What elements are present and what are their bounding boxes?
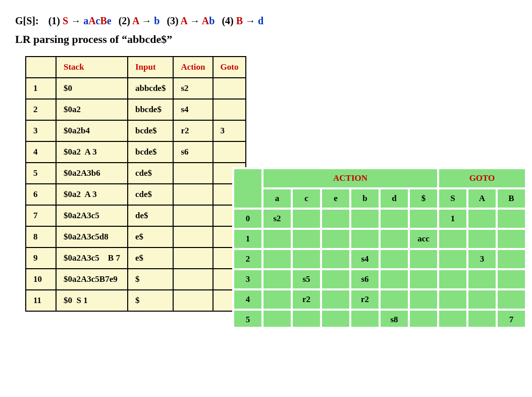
- parse-cell-input: $: [128, 269, 173, 290]
- parse-cell-action: s4: [173, 99, 212, 120]
- lr-cell: s5: [293, 270, 320, 288]
- rule-symbol: A: [202, 15, 209, 26]
- parse-cell-step: 3: [26, 120, 56, 141]
- parse-cell-stack: $0a2A3b6: [56, 163, 128, 184]
- parse-cell-action: [173, 269, 212, 290]
- table-row: 0s21: [234, 210, 525, 228]
- grammar-label: G[S]:: [15, 15, 39, 26]
- parse-cell-step: 5: [26, 163, 56, 184]
- lr-state: 1: [234, 230, 261, 248]
- lr-cell: [381, 210, 408, 228]
- parse-cell-step: 1: [26, 78, 56, 99]
- parse-header: Stack: [56, 57, 128, 78]
- parse-header: Goto: [213, 57, 246, 78]
- lr-cell: [468, 230, 496, 248]
- lr-cell: [498, 250, 525, 268]
- grammar-line: G[S]: (1) S → aAcBe(2) A → b(3) A → Ab(4…: [15, 15, 517, 27]
- parse-cell-action: s6: [173, 141, 212, 163]
- table-row: 2$0a2bbcde$s4: [26, 99, 246, 120]
- lr-column: c: [293, 189, 320, 208]
- lr-cell: s8: [381, 311, 408, 327]
- table-row: 2s43: [234, 250, 525, 268]
- rule-symbol: b: [154, 15, 159, 26]
- table-row: 7$0a2A3c5de$: [26, 205, 246, 226]
- lr-state: 2: [234, 250, 261, 268]
- parse-cell-step: 10: [26, 269, 56, 290]
- parse-cell-stack: $0a2 A 3: [56, 184, 128, 205]
- rule-number: (3): [167, 15, 180, 26]
- rule-number: (2): [119, 15, 132, 26]
- lr-state: 5: [234, 311, 261, 327]
- table-row: 5s87: [234, 311, 525, 327]
- parse-cell-stack: $0a2 A 3: [56, 141, 128, 163]
- parse-cell-input: abbcde$: [128, 78, 173, 99]
- subtitle: LR parsing process of “abbcde$”: [15, 33, 517, 46]
- rule-symbol: d: [258, 15, 263, 26]
- parse-header: Input: [128, 57, 173, 78]
- action-header: ACTION: [263, 169, 437, 187]
- rule-symbol: e: [107, 15, 112, 26]
- lr-cell: [498, 270, 525, 288]
- parse-cell-step: 11: [26, 290, 56, 311]
- lr-cell: [263, 230, 291, 248]
- parse-cell-input: de$: [128, 205, 173, 226]
- lr-cell: [410, 290, 437, 309]
- rule-lhs: S: [63, 15, 68, 26]
- lr-cell: 3: [468, 250, 496, 268]
- lr-cell: [263, 290, 291, 309]
- parse-cell-action: [173, 290, 212, 311]
- lr-cell: 1: [439, 210, 466, 228]
- lr-cell: [381, 250, 408, 268]
- lr-cell: [468, 210, 496, 228]
- parse-cell-input: bcde$: [128, 120, 173, 141]
- lr-cell: [263, 250, 291, 268]
- table-row: 1$0abbcde$s2: [26, 78, 246, 99]
- parse-header: Action: [173, 57, 212, 78]
- lr-cell: r2: [293, 290, 320, 309]
- rule-number: (4): [222, 15, 236, 26]
- rule-lhs: A: [132, 15, 139, 26]
- lr-cell: [293, 250, 320, 268]
- parse-cell-goto: 3: [213, 120, 246, 141]
- rule-number: (1): [48, 15, 63, 26]
- lr-cell: [410, 210, 437, 228]
- lr-cell: [322, 311, 349, 327]
- lr-cell: [322, 270, 349, 288]
- parse-cell-input: $: [128, 290, 173, 311]
- table-row: 4r2r2: [234, 290, 525, 309]
- parse-cell-goto: [213, 78, 246, 99]
- lr-cell: s2: [263, 210, 291, 228]
- lr-cell: [410, 311, 437, 327]
- lr-cell: [351, 210, 379, 228]
- lr-cell: [468, 270, 496, 288]
- lr-cell: [293, 210, 320, 228]
- parse-cell-stack: $0a2A3c5: [56, 205, 128, 226]
- parse-cell-step: 4: [26, 141, 56, 163]
- lr-cell: s4: [351, 250, 379, 268]
- lr-cell: [322, 290, 349, 309]
- lr-cell: s6: [351, 270, 379, 288]
- parse-cell-step: 8: [26, 226, 56, 247]
- parse-cell-action: [173, 163, 212, 184]
- lr-cell: [439, 250, 466, 268]
- lr-cell: [439, 290, 466, 309]
- lr-column: a: [263, 189, 291, 208]
- goto-header: GOTO: [439, 169, 525, 187]
- lr-cell: [322, 230, 349, 248]
- lr-cell: [439, 230, 466, 248]
- parse-cell-step: 6: [26, 184, 56, 205]
- lr-cell: [468, 311, 496, 327]
- parse-cell-stack: $0a2A3c5B7e9: [56, 269, 128, 290]
- lr-cell: [439, 270, 466, 288]
- lr-state: 0: [234, 210, 261, 228]
- lr-cell: [322, 210, 349, 228]
- table-row: 6$0a2 A 3cde$: [26, 184, 246, 205]
- parse-cell-action: [173, 205, 212, 226]
- lr-cell: [410, 270, 437, 288]
- lr-cell: [498, 230, 525, 248]
- parse-cell-action: [173, 247, 212, 269]
- parse-cell-action: [173, 184, 212, 205]
- lr-cell: [381, 230, 408, 248]
- table-row: 1acc: [234, 230, 525, 248]
- table-row: 11$0 S 1$: [26, 290, 246, 311]
